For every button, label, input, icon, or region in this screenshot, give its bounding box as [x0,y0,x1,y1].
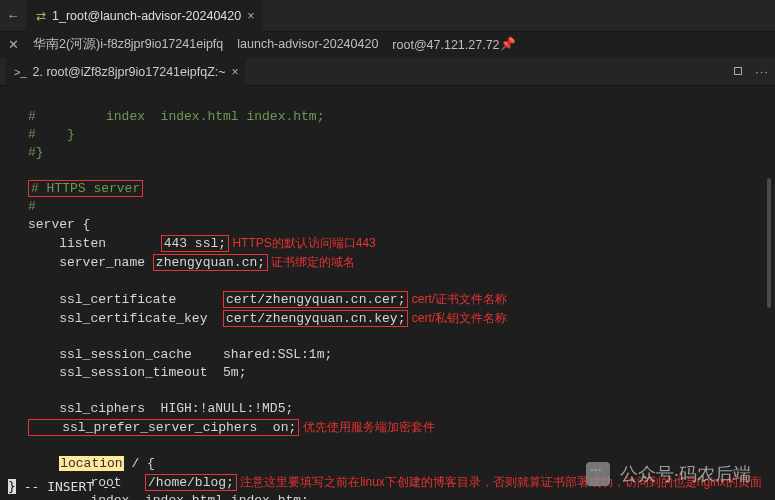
cursor-char: } [8,479,16,494]
boxed-text: ssl_prefer_server_ciphers on; [28,419,299,436]
code-line: ssl_session_cache shared:SSL:1m; [28,347,332,362]
code-line: ssl_session_timeout 5m; [28,365,246,380]
breadcrumb-segment[interactable]: launch-advisor-20240420 [237,37,378,51]
split-panel-button[interactable] [727,60,749,82]
back-button[interactable]: ← [0,2,26,30]
boxed-text: zhengyquan.cn; [153,254,268,271]
watermark: 公众号·码农后端 [586,462,751,486]
workbench-tabbar: ← ⇄ 1_root@launch-advisor-20240420 × [0,0,775,32]
code-text: listen [28,236,161,251]
close-icon[interactable]: × [247,9,254,23]
close-icon[interactable]: × [232,65,239,79]
terminal-tab-label: 2. root@iZf8z8jpr9io17241eipfqZ:~ [33,65,226,79]
breadcrumb: ✕ 华南2(河源)i-f8z8jpr9io17241eipfq launch-a… [0,32,775,56]
breadcrumb-segment[interactable]: 华南2(河源)i-f8z8jpr9io17241eipfq [33,36,223,53]
boxed-text: 443 ssl; [161,235,229,252]
code-line: # [28,199,36,214]
code-line: ssl_ciphers HIGH:!aNULL:!MD5; [28,401,293,416]
statusline: } -- INSERT -- [8,479,118,494]
code-line: # } [28,127,75,142]
breadcrumb-segment[interactable]: root@47.121.27.72 [392,38,499,52]
highlighted-keyword: location [59,456,123,471]
close-icon[interactable]: ✕ [8,37,19,52]
code-line: server { [28,217,90,232]
boxed-text: /home/blog; [145,474,237,491]
code-line: # index index.html index.htm; [28,109,324,124]
code-line: #} [28,145,44,160]
code-text: ssl_certificate_key [28,311,223,326]
watermark-text: 公众号·码农后端 [620,462,751,486]
boxed-text: # HTTPS server [28,180,143,197]
wechat-icon [586,462,610,486]
code-text: ssl_certificate [28,292,223,307]
pin-icon: 📌 [500,37,516,51]
vim-mode: -- INSERT -- [24,479,118,494]
annotation: 优先使用服务端加密套件 [299,420,434,434]
more-button[interactable]: ··· [751,60,773,82]
file-tab-label: 1_root@launch-advisor-20240420 [52,9,241,23]
annotation: cert/证书文件名称 [408,292,507,306]
file-tab[interactable]: ⇄ 1_root@launch-advisor-20240420 × [26,0,263,32]
editor-area[interactable]: # index index.html index.htm; # } #} # H… [0,86,775,500]
boxed-text: cert/zhengyquan.cn.key; [223,310,408,327]
terminal-tab[interactable]: >_ 2. root@iZf8z8jpr9io17241eipfqZ:~ × [6,58,245,86]
annotation: cert/私钥文件名称 [408,311,507,325]
terminal-icon: >_ [14,66,27,78]
annotation: 证书绑定的域名 [268,255,355,269]
scrollbar-thumb[interactable] [767,178,771,308]
code-text: server_name [28,255,153,270]
boxed-text: cert/zhengyquan.cn.cer; [223,291,408,308]
terminal-tabbar: >_ 2. root@iZf8z8jpr9io17241eipfqZ:~ × ·… [0,58,775,86]
code-text: / { [124,456,155,471]
terminal-file-icon: ⇄ [36,9,46,23]
code-line: index index.html index.htm; [28,493,309,500]
annotation: HTTPS的默认访问端口443 [229,236,376,250]
